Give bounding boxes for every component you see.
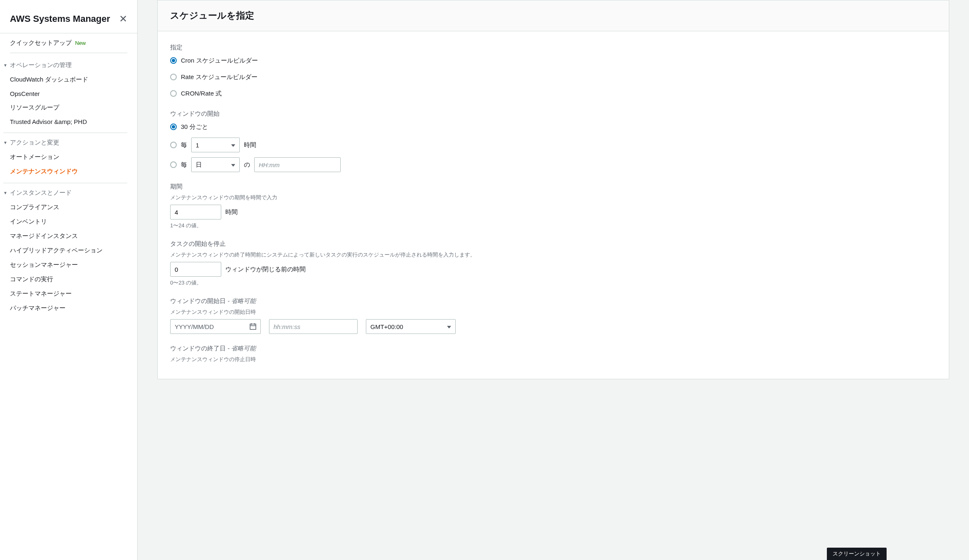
radio-cron-rate-expr[interactable] (170, 90, 177, 97)
stop-tasks-group: タスクの開始を停止 メンテナンスウィンドウの終了時間前にシステムによって新しいタ… (170, 240, 936, 287)
duration-group: 期間 メンテナンスウィンドウの期間を時間で入力 時間 1〜24 の値。 (170, 183, 936, 229)
sidebar-item-maintenance-window[interactable]: メンテナンスウィンドウ (10, 164, 127, 179)
close-icon[interactable]: ✕ (119, 13, 127, 25)
sidebar-item-patch-manager[interactable]: パッチマネージャー (10, 301, 127, 315)
sidebar-title: AWS Systems Manager (10, 14, 110, 24)
window-start-group: ウィンドウの開始 30 分ごと 毎 1 時間 毎 (170, 110, 936, 172)
start-time-input[interactable] (269, 319, 358, 334)
start-date-picker[interactable]: YYYY/MM/DD (170, 319, 261, 334)
calendar-icon (250, 323, 256, 330)
main-content: スケジュールを指定 指定 Cron スケジュールビルダー Rate スケジュール… (138, 0, 969, 560)
sidebar-item-cloudwatch[interactable]: CloudWatch ダッシュボード (10, 72, 127, 87)
sidebar-item-managed-instances[interactable]: マネージドインスタンス (10, 229, 127, 243)
stop-tasks-label: タスクの開始を停止 (170, 240, 936, 248)
every-day-select[interactable]: 日 (191, 157, 240, 172)
sidebar-item-hybrid-activation[interactable]: ハイブリッドアクティベーション (10, 243, 127, 258)
radio-every-n[interactable] (170, 142, 177, 148)
sidebar-item-state-manager[interactable]: ステートマネージャー (10, 287, 127, 301)
sidebar-item-trusted-advisor[interactable]: Trusted Advisor &amp; PHD (10, 115, 127, 128)
panel-title: スケジュールを指定 (170, 9, 936, 22)
end-date-group: ウィンドウの終了日 - 省略可能 メンテナンスウィンドウの停止日時 (170, 345, 936, 363)
screenshot-tooltip: スクリーンショット (827, 548, 887, 560)
stop-tasks-hint: メンテナンスウィンドウの終了時間前にシステムによって新しいタスクの実行のスケジュ… (170, 251, 936, 259)
window-start-label: ウィンドウの開始 (170, 110, 936, 118)
sidebar-item-compliance[interactable]: コンプライアンス (10, 200, 127, 215)
sidebar-item-inventory[interactable]: インベントリ (10, 215, 127, 229)
svg-rect-0 (250, 324, 256, 329)
sidebar-section-instances[interactable]: ▼ インスタンスとノード (3, 183, 127, 200)
duration-input[interactable] (170, 205, 221, 219)
end-date-label: ウィンドウの終了日 - 省略可能 (170, 345, 936, 352)
start-date-hint: メンテナンスウィンドウの開始日時 (170, 308, 936, 316)
sidebar-item-opscenter[interactable]: OpsCenter (10, 87, 127, 100)
time-input[interactable] (254, 157, 341, 172)
radio-every-day[interactable] (170, 161, 177, 168)
sidebar: AWS Systems Manager ✕ クイックセットアップ New ▼ オ… (0, 0, 138, 560)
sidebar-header: AWS Systems Manager ✕ (0, 8, 137, 33)
chevron-down-icon: ▼ (3, 140, 7, 145)
start-date-group: ウィンドウの開始日 - 省略可能 メンテナンスウィンドウの開始日時 YYYY/M… (170, 297, 936, 334)
sidebar-item-resource-groups[interactable]: リソースグループ (10, 100, 127, 115)
chevron-down-icon: ▼ (3, 63, 7, 68)
sidebar-item-session-manager[interactable]: セッションマネージャー (10, 258, 127, 272)
timezone-select[interactable]: GMT+00:00 (366, 319, 456, 334)
sidebar-item-run-command[interactable]: コマンドの実行 (10, 272, 127, 287)
every-n-select[interactable]: 1 (191, 138, 240, 152)
radio-30min[interactable] (170, 124, 177, 130)
schedule-panel: スケジュールを指定 指定 Cron スケジュールビルダー Rate スケジュール… (157, 0, 949, 379)
specify-label: 指定 (170, 44, 936, 51)
duration-constraint: 1〜24 の値。 (170, 222, 936, 229)
sidebar-quick-setup[interactable]: クイックセットアップ New (10, 39, 127, 53)
chevron-down-icon: ▼ (3, 191, 7, 195)
sidebar-section-ops[interactable]: ▼ オペレーションの管理 (3, 56, 127, 72)
end-date-hint: メンテナンスウィンドウの停止日時 (170, 356, 936, 363)
stop-tasks-constraint: 0〜23 の値。 (170, 279, 936, 287)
panel-header: スケジュールを指定 (158, 0, 949, 31)
start-date-label: ウィンドウの開始日 - 省略可能 (170, 297, 936, 305)
radio-cron-builder[interactable] (170, 57, 177, 64)
new-badge: New (75, 40, 86, 46)
duration-hint: メンテナンスウィンドウの期間を時間で入力 (170, 194, 936, 201)
specify-group: 指定 Cron スケジュールビルダー Rate スケジュールビルダー CRON/… (170, 44, 936, 99)
duration-label: 期間 (170, 183, 936, 191)
sidebar-section-actions[interactable]: ▼ アクションと変更 (3, 133, 127, 150)
stop-tasks-input[interactable] (170, 262, 221, 277)
radio-rate-builder[interactable] (170, 74, 177, 80)
sidebar-item-automation[interactable]: オートメーション (10, 150, 127, 164)
